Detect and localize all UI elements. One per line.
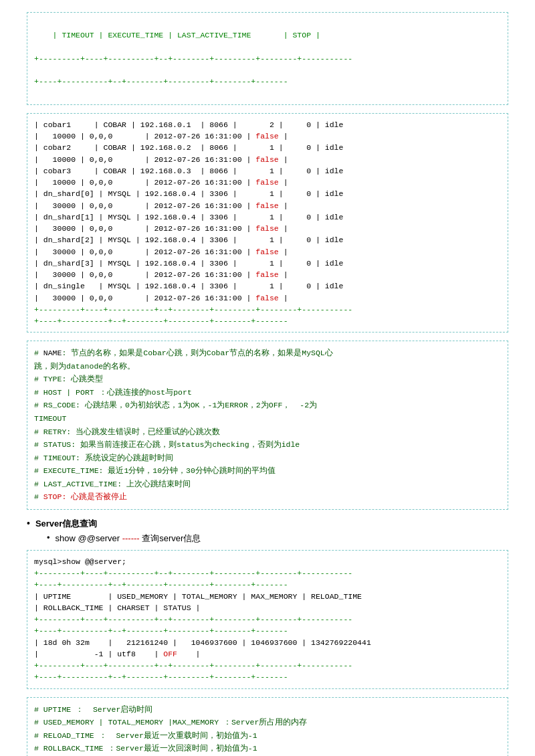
server-comments: # UPTIME ： Server启动时间 # USED_MEMORY | TO… <box>27 697 508 756</box>
heartbeat-comments: # NAME: 节点的名称，如果是Cobar心跳，则为Cobar节点的名称，如果… <box>27 341 508 510</box>
server-sub-label: show @@server ------ 查询server信息 <box>56 533 201 545</box>
server-bullet-l1: • Server信息查询 <box>27 518 508 530</box>
server-code-block: mysql>show @@server; +---------+----+---… <box>27 550 508 689</box>
heartbeat-data-rows: | cobar1 | COBAR | 192.168.0.1 | 8066 | … <box>27 113 508 333</box>
bullet-marker-l2: • <box>47 533 50 543</box>
server-section: • Server信息查询 • show @@server ------ 查询se… <box>27 518 508 545</box>
server-label: Server信息查询 <box>35 518 97 530</box>
server-sub-bullet: • show @@server ------ 查询server信息 <box>47 533 508 545</box>
heartbeat-table-top: | TIMEOUT | EXECUTE_TIME | LAST_ACTIVE_T… <box>27 12 508 105</box>
bullet-marker-l1: • <box>27 518 30 529</box>
